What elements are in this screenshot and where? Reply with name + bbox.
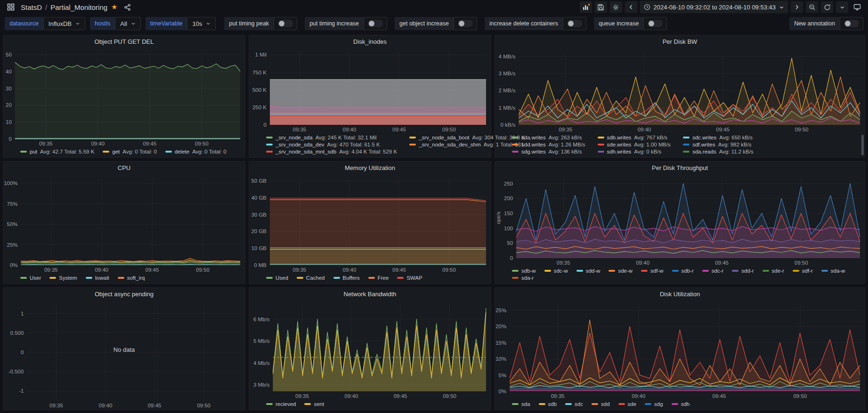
legend-series-label[interactable]: sdd-r [741,268,754,274]
legend-series-label[interactable]: sdf-r [802,268,813,274]
chart-plot-area[interactable]: 25%20%15%10%5%0%09:3509:4009:4509:50 [495,300,865,400]
legend-series-stats: Avg: 136 kB/s [549,149,582,154]
legend-series-label[interactable]: Iowait [95,275,109,281]
chart-svg: 100%75%50%25%0%09:3509:4009:4509:50 [3,174,245,274]
legend-series-label[interactable]: sde-w [618,268,633,274]
toggle-button[interactable] [563,17,586,30]
breadcrumb-page[interactable]: Partial_Monitoring [50,3,107,11]
panel-title[interactable]: Network Bandwidth [249,288,491,300]
legend-series-label[interactable]: System [59,275,77,281]
variable-value-dropdown[interactable]: All [115,17,140,30]
panel-title[interactable]: CPU [3,162,245,174]
legend-series-label[interactable]: sdd.writes [521,142,546,147]
time-range-picker[interactable]: 2024-08-10 09:32:02 to 2024-08-10 09:53:… [640,1,788,13]
legend-series-stats: Avg: 0 Total: 0 [122,149,156,154]
chart-plot-area[interactable]: 10.5000-0.500-109:3509:4009:4509:50No da… [3,300,245,410]
legend-series-label[interactable]: User [30,275,41,281]
panel-title[interactable]: Memory Utilization [249,162,491,174]
legend-series-label[interactable]: sdc-r [712,268,724,274]
toggle-button[interactable] [274,17,297,30]
legend-color-chip [512,137,519,138]
legend-series-label[interactable]: Cached [306,275,325,281]
legend-series-stats: Avg: 0 Total: 0 [192,149,226,154]
legend-series-label[interactable]: sde [628,401,637,407]
legend-series-label[interactable]: sdb [548,401,557,407]
refresh-interval-dropdown[interactable] [836,1,848,13]
breadcrumb-app[interactable]: StatsD [21,3,42,11]
add-panel-button[interactable] [580,1,592,13]
favorite-star-icon[interactable]: ★ [111,3,117,11]
legend-series-label[interactable]: _srv_node_sda [276,135,313,140]
legend-series-label[interactable]: sda-r [521,275,534,281]
save-dashboard-button[interactable] [595,1,607,13]
kiosk-mode-monitor-icon[interactable] [851,1,863,13]
chart-plot-area[interactable]: 5040302010009:3509:4009:4509:50 [3,48,245,148]
legend-series-label[interactable]: sdg.writes [521,149,546,154]
variable-value-dropdown[interactable]: InfluxDB [43,17,85,30]
chart-plot-area[interactable]: 25020015010050009:3509:4009:4509:50ops/s [495,174,865,267]
legend-series-label[interactable]: sda.writes [521,135,546,140]
legend-series-label[interactable]: get [112,149,120,154]
legend-series-label[interactable]: Used [276,275,288,281]
refresh-dashboard-button[interactable] [821,1,833,13]
legend-series-label[interactable]: sde.writes [607,142,632,147]
chart-plot-area[interactable]: 6 Mb/s5 Mb/s4 Mb/s3 Mb/s09:3509:4009:450… [249,300,491,400]
panel-title[interactable]: Disk_inodes [249,35,491,48]
panel: CPU 100%75%50%25%0%09:3509:4009:4509:50 … [3,161,245,284]
legend-series-label[interactable]: SWAP [406,275,422,281]
panel-title[interactable]: Object PUT GET DEL [3,35,245,48]
legend-series-label[interactable]: sdb-w [521,268,536,274]
legend-series-label[interactable]: sdc-w [554,268,568,274]
legend-series-label[interactable]: sda.reads [692,149,716,154]
dashboard-settings-gear-icon[interactable] [610,1,622,13]
chart-plot-area[interactable]: 1 Mil750 K500 K250 K009:3509:4009:4509:5… [249,48,491,134]
svg-text:10: 10 [6,119,12,125]
legend-item: recieved [266,401,296,407]
legend-series-label[interactable]: sdb.writes [607,135,632,140]
toggle-button[interactable] [454,17,477,30]
legend-series-label[interactable]: sdh.writes [607,149,632,154]
legend-series-label[interactable]: sdd-w [586,268,600,274]
panel-title[interactable]: Per Disk BW [495,35,865,48]
chart-plot-area[interactable]: 100%75%50%25%0%09:3509:4009:4509:50 [3,174,245,274]
new-annotation-toggle[interactable] [840,17,863,30]
variable-value-dropdown[interactable]: 10s [187,17,216,30]
toggle-button[interactable] [364,17,387,30]
legend-series-label[interactable]: sdc.writes [692,135,716,140]
toggle-button[interactable] [643,17,667,30]
legend-series-label[interactable]: sdg [654,401,663,407]
legend-series-label[interactable]: sdc [575,401,583,407]
legend-series-label[interactable]: delete [175,149,189,154]
time-shift-back-button[interactable] [625,1,637,13]
chart-plot-area[interactable]: 4 MB/s3 MB/s2 MB/s1 MB/s0 kB/s09:3509:40… [495,48,865,134]
zoom-out-time-button[interactable] [806,1,818,13]
legend-series-label[interactable]: put [30,149,37,154]
apps-grid-icon[interactable] [5,1,17,13]
legend-series-label[interactable]: sdh [681,401,690,407]
legend-series-label[interactable]: sdb-r [681,268,694,274]
legend-series-label[interactable]: Free [378,275,389,281]
legend-series-label[interactable]: sde-r [772,268,784,274]
legend-series-label[interactable]: sda [521,401,530,407]
toggle-group: increase delete containers [485,17,586,30]
legend-series-label[interactable]: Buffers [343,275,360,281]
legend-series-label[interactable]: _srv_node_sda_dev_shm [419,142,481,147]
panel-title[interactable]: Per Disk Throughput [495,162,865,174]
legend-series-label[interactable]: soft_irq [127,275,145,281]
legend-series-label[interactable]: sdd [601,401,610,407]
panel-title[interactable]: Disk Utilization [495,288,865,300]
share-icon[interactable] [122,1,134,13]
legend-series-label[interactable]: _srv_node_sda_mnt_sdb [276,149,336,154]
legend-series-label[interactable]: _srv_node_sda_dev [276,142,324,147]
legend-series-label[interactable]: recieved [276,401,296,407]
legend-series-label[interactable]: _srv_node_sda_boot [419,135,469,140]
chart-plot-area[interactable]: 50 GB40 GB30 GB20 GB10 GB0 MB09:3509:400… [249,174,491,274]
legend-series-label[interactable]: sdf.writes [692,142,715,147]
legend-scrollbar[interactable] [861,135,864,155]
time-shift-forward-button[interactable] [791,1,803,13]
svg-text:09:40: 09:40 [345,393,358,399]
legend-series-label[interactable]: sent [314,401,324,407]
panel-title[interactable]: Object async pending [3,288,245,300]
legend-series-label[interactable]: sda-w [831,268,845,274]
legend-series-label[interactable]: sdf-w [650,268,663,274]
